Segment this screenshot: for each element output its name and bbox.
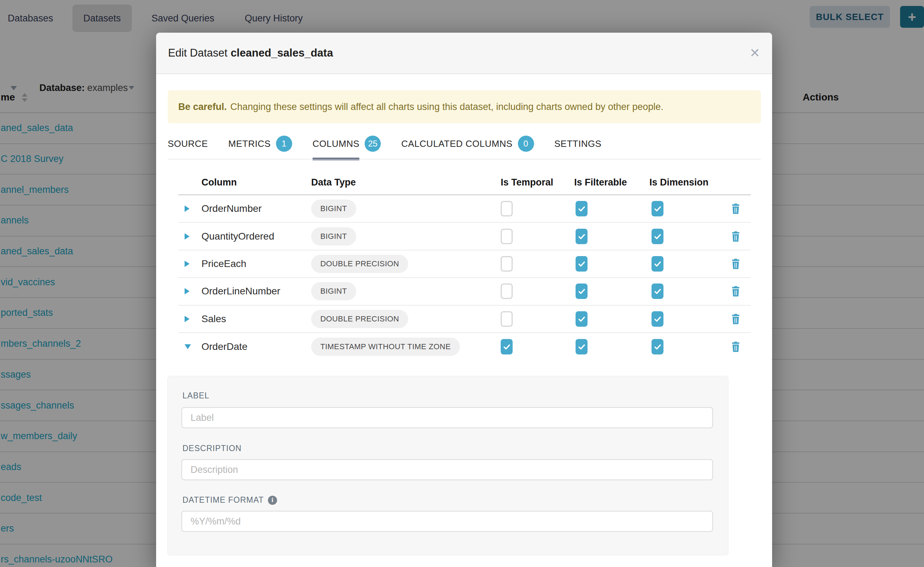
delete-column-icon[interactable] [731, 341, 740, 352]
column-name: OrderDate [202, 341, 248, 352]
delete-column-icon[interactable] [731, 203, 740, 214]
tab-label: SETTINGS [554, 138, 602, 149]
close-icon[interactable]: ✕ [749, 47, 760, 59]
column-row: OrderNumber BIGINT [178, 195, 751, 223]
expand-caret-icon[interactable] [185, 288, 190, 294]
delete-column-icon[interactable] [731, 231, 740, 242]
data-type-pill: BIGINT [311, 227, 356, 246]
label-field-label: LABEL [182, 391, 209, 400]
is-dimension-checkbox[interactable] [652, 311, 664, 327]
description-input[interactable] [181, 459, 713, 480]
tab-count-badge: 1 [276, 136, 292, 152]
modal-title: Edit Datasetcleaned_sales_data [168, 47, 333, 59]
data-type-pill: DOUBLE PRECISION [311, 310, 408, 328]
tab-source[interactable]: SOURCE [168, 132, 208, 155]
column-row: PriceEach DOUBLE PRECISION [178, 250, 751, 278]
data-type-pill: BIGINT [311, 282, 356, 300]
is-filterable-checkbox[interactable] [576, 256, 587, 272]
column-name: Sales [202, 314, 226, 325]
is-dimension-header: Is Dimension [649, 177, 709, 188]
expand-caret-icon[interactable] [185, 233, 190, 240]
is-filterable-checkbox[interactable] [576, 229, 587, 244]
data-type-pill: BIGINT [311, 200, 356, 218]
is-dimension-checkbox[interactable] [652, 256, 664, 272]
column-row: OrderLineNumber BIGINT [178, 278, 751, 305]
tab-columns[interactable]: COLUMNS25 [313, 132, 381, 155]
delete-column-icon[interactable] [731, 258, 740, 270]
is-temporal-header: Is Temporal [501, 177, 554, 188]
modal-title-dataset-name: cleaned_sales_data [231, 47, 333, 59]
data-type-pill: TIMESTAMP WITHOUT TIME ZONE [311, 338, 460, 356]
is-temporal-checkbox[interactable] [501, 339, 513, 354]
columns-table: Column Data Type Is Temporal Is Filterab… [178, 159, 751, 360]
columns-table-header: Column Data Type Is Temporal Is Filterab… [178, 159, 751, 195]
delete-column-icon[interactable] [731, 314, 740, 325]
expand-caret-icon[interactable] [185, 261, 190, 267]
modal-title-prefix: Edit Dataset [168, 47, 227, 59]
is-filterable-checkbox[interactable] [576, 201, 587, 216]
tab-label: COLUMNS [313, 138, 360, 149]
tab-label: METRICS [228, 138, 271, 149]
is-temporal-checkbox[interactable] [501, 311, 513, 327]
tab-calculated-columns[interactable]: CALCULATED COLUMNS0 [401, 132, 534, 155]
is-filterable-checkbox[interactable] [576, 339, 587, 354]
expand-caret-icon[interactable] [185, 206, 190, 212]
is-filterable-checkbox[interactable] [576, 311, 587, 327]
is-dimension-checkbox[interactable] [652, 284, 664, 299]
is-dimension-checkbox[interactable] [652, 339, 664, 354]
warning-banner-text: Changing these settings will affect all … [230, 102, 664, 112]
app-screen: DatabasesDatasetsSaved QueriesQuery Hist… [0, 0, 924, 567]
column-name: QuantityOrdered [202, 231, 274, 242]
is-temporal-checkbox[interactable] [501, 229, 513, 244]
warning-banner-bold: Be careful. [178, 102, 227, 112]
expand-caret-icon[interactable] [185, 344, 191, 349]
is-filterable-checkbox[interactable] [576, 284, 587, 299]
column-header: Column [202, 177, 237, 188]
info-icon[interactable]: i [268, 496, 277, 505]
data-type-header: Data Type [311, 177, 356, 188]
is-temporal-checkbox[interactable] [501, 201, 513, 216]
column-row: OrderDate TIMESTAMP WITHOUT TIME ZONE [178, 333, 751, 360]
data-type-pill: DOUBLE PRECISION [311, 255, 408, 273]
description-field-label: DESCRIPTION [182, 444, 242, 453]
tab-settings[interactable]: SETTINGS [554, 132, 602, 155]
is-filterable-header: Is Filterable [574, 177, 627, 188]
datetime-format-field-label: DATETIME FORMAT i [182, 495, 277, 505]
column-row: Sales DOUBLE PRECISION [178, 306, 751, 333]
column-name: OrderNumber [202, 203, 262, 214]
column-editor-panel: LABEL DESCRIPTION DATETIME FORMAT i [167, 376, 728, 555]
column-name: PriceEach [202, 258, 247, 270]
tab-label: CALCULATED COLUMNS [401, 138, 512, 149]
tab-count-badge: 25 [364, 136, 381, 152]
modal-header: Edit Datasetcleaned_sales_data ✕ [156, 33, 772, 74]
datetime-format-input[interactable] [181, 511, 713, 532]
column-row: QuantityOrdered BIGINT [178, 223, 751, 250]
tab-label: SOURCE [168, 138, 208, 149]
warning-banner: Be careful. Changing these settings will… [168, 90, 761, 123]
modal-tabs: SOURCEMETRICS1COLUMNS25CALCULATED COLUMN… [168, 132, 602, 155]
label-input[interactable] [181, 407, 713, 428]
column-name: OrderLineNumber [202, 286, 280, 297]
tab-metrics[interactable]: METRICS1 [228, 132, 292, 155]
is-dimension-checkbox[interactable] [652, 201, 664, 216]
tab-count-badge: 0 [518, 136, 534, 152]
delete-column-icon[interactable] [731, 286, 740, 297]
expand-caret-icon[interactable] [185, 316, 190, 322]
is-temporal-checkbox[interactable] [501, 284, 513, 299]
is-temporal-checkbox[interactable] [501, 256, 513, 272]
columns-table-body: OrderNumber BIGINT QuantityOrdered BIGIN… [178, 195, 751, 360]
datetime-format-label-text: DATETIME FORMAT [182, 495, 264, 505]
edit-dataset-modal: Edit Datasetcleaned_sales_data ✕ Be care… [156, 33, 772, 567]
is-dimension-checkbox[interactable] [652, 229, 664, 244]
